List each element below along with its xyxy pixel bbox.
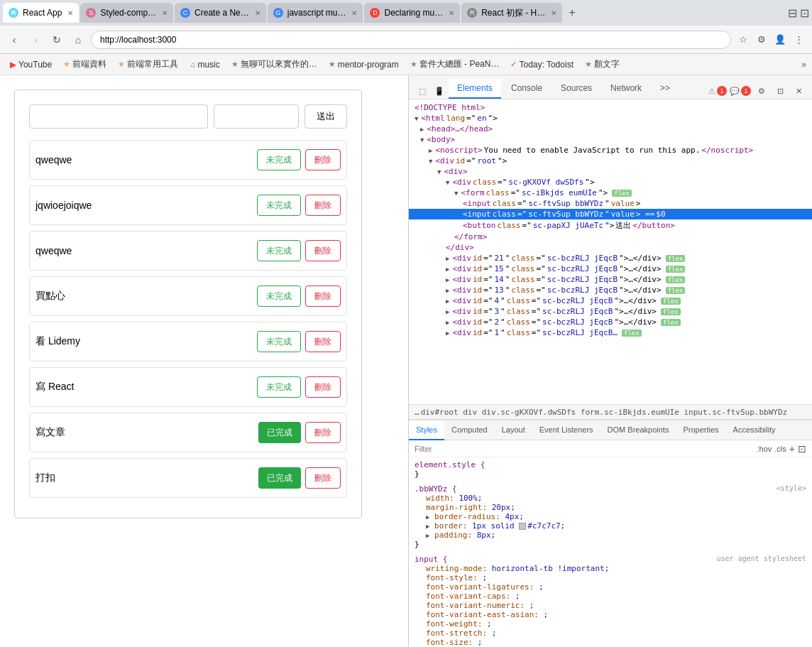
devtools-tab-more[interactable]: >> (652, 79, 679, 99)
tab-close-create[interactable]: ✕ (255, 9, 260, 17)
html-div15[interactable]: ▶ <div id =" 15 " class =" sc-bczRLJ jEq… (409, 263, 812, 274)
tab-javascript-mu[interactable]: G javascript mu… ✕ (268, 3, 363, 23)
hov-button[interactable]: :hov (757, 445, 772, 453)
style-tab-layout[interactable]: Layout (495, 420, 532, 440)
todo-status-button[interactable]: 未完成 (257, 240, 301, 261)
html-button-line[interactable]: <button class =" sc-papXJ jUAeTc "> 送出 <… (409, 219, 812, 232)
bbwydz-selector[interactable]: .bbWYDz { (415, 484, 457, 494)
devtools-device-button[interactable]: 📱 (432, 83, 447, 99)
tab-declaring[interactable]: D Declaring mu… ✕ (364, 3, 460, 23)
html-div1-line[interactable]: ▼ <div> (409, 166, 812, 177)
new-tab-button[interactable]: + (564, 4, 581, 21)
html-div3[interactable]: ▶ <div id =" 3 " class =" sc-bczRLJ jEqc… (409, 306, 812, 317)
todo-delete-button[interactable]: 刪除 (305, 422, 341, 443)
todo-delete-button[interactable]: 刪除 (305, 467, 341, 489)
html-doctype-line[interactable]: <!DOCTYPE html> (409, 102, 812, 113)
bookmark-boring[interactable]: ★ 無聊可以來實作的… (227, 57, 322, 72)
bookmark-music[interactable]: ♫ music (185, 58, 224, 71)
bookmark-youtube[interactable]: ▶ YouTube (6, 58, 56, 71)
todo-delete-button[interactable]: 刪除 (305, 376, 341, 398)
style-tab-styles[interactable]: Styles (409, 420, 444, 440)
back-button[interactable]: ‹ (6, 31, 23, 48)
html-form-close[interactable]: </form> (409, 232, 812, 242)
add-style-button[interactable]: + (789, 443, 795, 455)
tab-close-react-init[interactable]: ✕ (551, 9, 556, 17)
todo-status-button[interactable]: 未完成 (257, 286, 301, 307)
element-style-selector[interactable]: element.style { (415, 460, 485, 469)
bookmark-todoist[interactable]: ✓ Today: Todoist (506, 58, 578, 71)
devtools-tab-console[interactable]: Console (503, 79, 551, 99)
html-root-line[interactable]: ▼ <div id =" root "> (409, 156, 812, 166)
address-input[interactable] (91, 31, 731, 49)
todo-delete-button[interactable]: 刪除 (305, 149, 341, 170)
html-input2-line[interactable]: <input class =" sc-ftvSup bbWYDz " value… (409, 209, 812, 219)
body-triangle[interactable]: ▼ (420, 136, 424, 143)
devtools-settings-button[interactable]: ⚙ (754, 83, 769, 99)
devtools-tab-elements[interactable]: Elements (449, 79, 501, 99)
todo-delete-button[interactable]: 刪除 (305, 195, 341, 216)
extension-button[interactable]: ⚙ (754, 32, 769, 48)
maximize-icon[interactable]: ⊡ (800, 6, 809, 20)
html-form-line[interactable]: ▼ <form class =" sc-iBkjds eumUIe "> fle… (409, 187, 812, 198)
html-div14[interactable]: ▶ <div id =" 14 " class =" sc-bczRLJ jEq… (409, 274, 812, 285)
menu-button[interactable]: ⋮ (791, 32, 806, 48)
html-div1[interactable]: ▶ <div id =" 1 " class =" sc-bczRLJ jEqc… (409, 327, 812, 338)
bookmark-emoji[interactable]: ★ 顏文字 (581, 57, 624, 72)
todo-status-button[interactable]: 已完成 (258, 467, 301, 489)
style-tab-event-listeners[interactable]: Event Listeners (532, 420, 600, 440)
style-tab-accessibility[interactable]: Accessibility (726, 420, 783, 440)
forward-button[interactable]: › (27, 31, 44, 48)
reload-button[interactable]: ↻ (48, 31, 65, 48)
html-div2[interactable]: ▶ <div id =" 2 " class =" sc-bczRLJ jEqc… (409, 317, 812, 327)
todo-submit-button[interactable]: 送出 (304, 104, 347, 129)
bookmark-mentor[interactable]: ★ mentor-program (324, 58, 403, 71)
todo-status-button[interactable]: 已完成 (258, 422, 301, 443)
border-color-swatch[interactable] (519, 523, 526, 530)
style-tab-computed[interactable]: Computed (444, 420, 495, 440)
bookmark-packages[interactable]: ★ 套件大總匯 - PeaN… (406, 57, 504, 72)
profile-button[interactable]: 👤 (772, 32, 788, 48)
bookmark-frontend-tools[interactable]: ★ 前端常用工具 (114, 57, 182, 72)
todo-delete-button[interactable]: 刪除 (305, 286, 341, 307)
todo-extra-input[interactable] (214, 104, 299, 129)
tab-styled-comp[interactable]: S Styled-comp… ✕ (80, 3, 173, 23)
tab-close-react[interactable]: ✕ (67, 9, 73, 17)
devtools-close-button[interactable]: ✕ (791, 83, 806, 99)
style-tab-properties[interactable]: Properties (676, 420, 725, 440)
tab-close-declaring[interactable]: ✕ (449, 9, 454, 17)
cls-button[interactable]: .cls (774, 445, 786, 453)
todo-status-button[interactable]: 未完成 (257, 195, 301, 216)
html-div-close[interactable]: </div> (409, 242, 812, 253)
devtools-tab-sources[interactable]: Sources (552, 79, 600, 99)
todo-delete-button[interactable]: 刪除 (305, 331, 341, 352)
tab-close-js[interactable]: ✕ (351, 9, 357, 17)
html-sc-div-line[interactable]: ▼ <div class =" sc-gKXOVf dwSDfs "> (409, 177, 812, 187)
todo-status-button[interactable]: 未完成 (257, 149, 301, 170)
expand-panel-button[interactable]: ⊡ (798, 443, 806, 455)
html-head-line[interactable]: ▶ <head>…</head> (409, 124, 812, 134)
devtools-tab-network[interactable]: Network (602, 79, 650, 99)
html-div4[interactable]: ▶ <div id =" 4 " class =" sc-bczRLJ jEqc… (409, 295, 812, 306)
tab-react-init[interactable]: R React 初探 - H… ✕ (461, 3, 562, 23)
style-tab-dom-breakpoints[interactable]: DOM Breakpoints (600, 420, 676, 440)
input-ua-selector[interactable]: input { (415, 555, 447, 564)
html-div21[interactable]: ▶ <div id =" 21 " class =" sc-bczRLJ jEq… (409, 253, 812, 263)
minimize-icon[interactable]: ⊟ (788, 6, 797, 20)
html-noscript-line[interactable]: ▶ <noscript> You need to enable JavaScri… (409, 145, 812, 156)
html-triangle[interactable]: ▼ (415, 115, 418, 122)
styles-filter-input[interactable] (415, 442, 755, 455)
tab-create-new[interactable]: C Create a Ne… ✕ (175, 3, 266, 23)
bookmarks-more-button[interactable]: » (801, 60, 806, 70)
html-div13[interactable]: ▶ <div id =" 13 " class =" sc-bczRLJ jEq… (409, 285, 812, 295)
todo-status-button[interactable]: 未完成 (257, 331, 301, 352)
bookmark-star-button[interactable]: ☆ (735, 32, 751, 48)
tab-close-styled[interactable]: ✕ (162, 9, 168, 17)
home-button[interactable]: ⌂ (70, 31, 87, 48)
tab-react-app[interactable]: R React App ✕ (3, 3, 79, 23)
todo-text-input[interactable] (29, 104, 208, 129)
root-triangle[interactable]: ▼ (429, 158, 432, 165)
html-input1-line[interactable]: <input class =" sc-ftvSup bbWYDz " value… (409, 198, 812, 209)
head-triangle[interactable]: ▶ (420, 126, 424, 133)
bookmark-frontend-data[interactable]: ★ 前端資料 (59, 57, 111, 72)
devtools-dock-button[interactable]: ⊡ (772, 83, 788, 99)
